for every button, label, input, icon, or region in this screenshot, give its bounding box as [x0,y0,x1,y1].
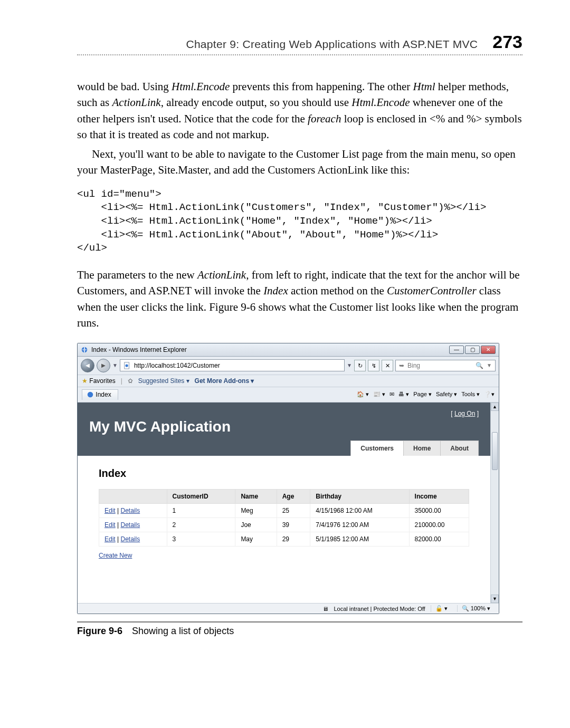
zone-icon: 🖥 [322,606,328,612]
chevron-down-icon[interactable]: ▼ [112,362,118,368]
scroll-down-icon[interactable]: ▼ [491,595,499,603]
edit-link[interactable]: Edit [104,507,116,514]
customer-table: CustomerID Name Age Birthday Income Edit… [99,489,469,547]
browser-tab-index[interactable]: Index [82,389,118,400]
cell-name: May [235,532,277,547]
tab-about[interactable]: About [440,440,479,456]
edit-link[interactable]: Edit [104,535,116,543]
cell-income: 82000.00 [409,532,469,547]
code-block: <ul id="menu"> <li><%= Html.ActionLink("… [77,188,522,255]
forward-button[interactable]: ► [97,359,110,372]
browser-window: Index - Windows Internet Explorer — ▢ ✕ … [77,343,499,615]
cell-age: 29 [277,532,310,547]
col-actions [99,490,167,504]
security-zone: Local intranet | Protected Mode: Off [334,606,425,612]
details-link[interactable]: Details [120,521,140,529]
print-icon[interactable]: 🖶 ▾ [398,391,409,398]
search-field[interactable]: ➥ Bing 🔍 ▼ [395,360,496,371]
mail-icon[interactable]: ✉ [390,391,394,398]
cell-id: 2 [167,518,235,532]
running-header: Chapter 9: Creating Web Applications wit… [77,32,522,55]
figure-caption: Figure 9-6 Showing a list of objects [77,621,522,637]
details-link[interactable]: Details [120,507,140,514]
svg-point-2 [125,364,128,367]
safety-menu[interactable]: Safety ▾ [436,391,457,398]
refresh-go-button[interactable]: ↯ [368,360,379,371]
cell-birthday: 7/4/1976 12:00 AM [310,518,409,532]
logon-link[interactable]: Log On [454,410,475,417]
close-button[interactable]: ✕ [481,346,496,354]
cell-birthday: 5/1/1985 12:00 AM [310,532,409,547]
col-income: Income [409,490,469,504]
scroll-thumb[interactable] [491,411,499,595]
page-heading: Index [99,467,469,480]
maximize-button[interactable]: ▢ [465,346,480,354]
back-button[interactable]: ◄ [81,359,94,372]
col-name: Name [235,490,277,504]
table-row: Edit | Details1Meg254/15/1968 12:00 AM35… [99,504,469,518]
zoom-control[interactable]: 🔍 100% ▾ [457,605,495,612]
table-row: Edit | Details2Joe397/4/1976 12:00 AM210… [99,518,469,532]
tab-bar: Index 🏠 ▾ 📰 ▾ ✉ 🖶 ▾ Page ▾ Safety ▾ Tool… [78,387,499,403]
page-number: 273 [492,32,522,52]
tab-home[interactable]: Home [403,440,441,456]
tab-label: Index [96,391,111,398]
figure-text: Showing a list of objects [132,626,234,637]
ie-page-icon [87,391,94,398]
cell-age: 25 [277,504,310,518]
details-link[interactable]: Details [120,535,140,543]
status-bar: 🖥 Local intranet | Protected Mode: Off 🔓… [78,603,499,614]
app-header: [ Log On ] My MVC Application CustomersH… [78,403,490,456]
cell-id: 3 [167,532,235,547]
tools-menu[interactable]: Tools ▾ [461,391,480,398]
cell-income: 35000.00 [409,504,469,518]
favorites-bar: Favorites | ✩ Suggested Sites ▾ Get More… [78,375,499,387]
url-field[interactable]: http://localhost:1042/Customer [120,359,345,371]
app-title: My MVC Application [89,418,479,435]
protected-mode-icon[interactable]: 🔓 ▾ [431,605,452,612]
col-age: Age [277,490,310,504]
ie-page-icon [124,361,131,369]
cell-age: 39 [277,518,310,532]
suggested-sites-link[interactable]: Suggested Sites ▾ [138,377,189,385]
ie-icon [81,346,88,353]
chapter-title: Chapter 9: Creating Web Applications wit… [186,38,478,51]
search-placeholder: Bing [407,362,420,369]
logon-area: [ Log On ] [89,410,479,417]
col-birthday: Birthday [310,490,409,504]
svg-point-3 [88,392,93,398]
scroll-up-icon[interactable]: ▲ [491,403,499,411]
table-row: Edit | Details3May295/1/1985 12:00 AM820… [99,532,469,547]
minimize-button[interactable]: — [449,346,464,354]
feeds-icon[interactable]: 📰 ▾ [373,391,385,398]
window-titlebar[interactable]: Index - Windows Internet Explorer — ▢ ✕ [78,343,499,357]
chevron-down-icon[interactable]: ▼ [487,362,492,368]
cell-name: Meg [235,504,277,518]
chevron-down-icon[interactable]: ▼ [347,362,352,368]
body-paragraph: would be bad. Using Html.Encode prevents… [77,79,522,143]
vertical-scrollbar[interactable]: ▲ ▼ [490,403,499,603]
favorites-label[interactable]: Favorites [82,377,116,385]
search-go-icon[interactable]: 🔍 [476,362,483,369]
figure-label: Figure 9-6 [77,626,122,637]
home-icon[interactable]: 🏠 ▾ [357,391,369,398]
cell-id: 1 [167,504,235,518]
favorites-add-icon[interactable]: ✩ [128,377,133,385]
tab-customers[interactable]: Customers [350,440,404,456]
address-bar: ◄ ► ▼ http://localhost:1042/Customer ▼ ↻… [78,357,499,375]
bing-icon: ➥ [399,362,404,369]
body-paragraph: Next, you'll want to be able to navigate… [77,146,522,178]
create-new-link[interactable]: Create New [99,552,132,559]
cell-income: 210000.00 [409,518,469,532]
stop-button[interactable]: ✕ [382,360,393,371]
edit-link[interactable]: Edit [104,521,116,529]
cell-birthday: 4/15/1968 12:00 AM [310,504,409,518]
refresh-button[interactable]: ↻ [354,360,366,371]
col-id: CustomerID [167,490,235,504]
get-addons-link[interactable]: Get More Add-ons ▾ [195,377,254,385]
page-menu[interactable]: Page ▾ [413,391,432,398]
body-paragraph: The parameters to the new ActionLink, fr… [77,267,522,331]
window-title: Index - Windows Internet Explorer [91,346,449,353]
help-icon[interactable]: ❔▾ [484,391,495,398]
url-text: http://localhost:1042/Customer [134,362,220,369]
